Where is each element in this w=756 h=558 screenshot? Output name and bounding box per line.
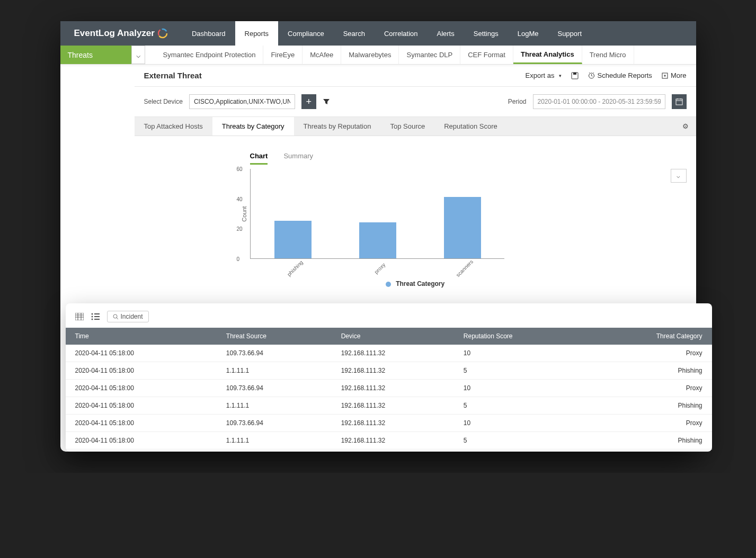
topnav-item[interactable]: Compliance bbox=[278, 21, 334, 46]
topnav-item[interactable]: Search bbox=[334, 21, 375, 46]
filter-row: Select Device + Period bbox=[135, 87, 696, 117]
more-button[interactable]: More bbox=[662, 71, 687, 79]
select-device-label: Select Device bbox=[144, 98, 183, 105]
table-row[interactable]: 2020-04-11 05:18:001.1.11.1192.168.111.3… bbox=[66, 362, 712, 380]
save-icon[interactable] bbox=[571, 72, 579, 79]
topnav-item[interactable]: Alerts bbox=[428, 21, 464, 46]
table-cell: 2020-04-11 05:18:00 bbox=[66, 362, 217, 380]
svg-rect-4 bbox=[573, 73, 576, 75]
table-header[interactable]: Time bbox=[66, 328, 217, 345]
table-cell: 10 bbox=[454, 415, 586, 432]
report-tab[interactable]: Threats by Category bbox=[212, 117, 294, 136]
vendor-nav-item[interactable]: McAfee bbox=[303, 46, 341, 64]
svg-point-9 bbox=[91, 313, 93, 315]
topnav-item[interactable]: Settings bbox=[464, 21, 508, 46]
y-axis-label: Count bbox=[241, 206, 247, 221]
table-cell: 1.1.11.1 bbox=[217, 432, 332, 449]
sub-nav-bar: Threats ⌵ Symantec Endpoint ProtectionFi… bbox=[60, 46, 696, 65]
device-input[interactable] bbox=[189, 94, 295, 109]
report-tab[interactable]: Threats by Reputation bbox=[294, 117, 381, 136]
page-actions: Export as Schedule Reports More bbox=[526, 71, 687, 79]
topnav-item[interactable]: Dashboard bbox=[182, 21, 235, 46]
table-cell: 109.73.66.94 bbox=[217, 380, 332, 397]
period-label: Period bbox=[508, 98, 527, 105]
add-device-button[interactable]: + bbox=[301, 94, 316, 109]
table-cell: Phishing bbox=[586, 362, 712, 380]
bar-chart: Count 0204060phishingproxyscanners ⌵ bbox=[250, 169, 687, 259]
vendor-nav-item[interactable]: FireEye bbox=[263, 46, 303, 64]
table-row[interactable]: 2020-04-11 05:18:001.1.11.1192.168.111.3… bbox=[66, 432, 712, 449]
grid-view-icon[interactable] bbox=[75, 313, 84, 320]
vendor-nav-item[interactable]: Malwarebytes bbox=[341, 46, 399, 64]
chart-options-button[interactable]: ⌵ bbox=[671, 169, 687, 183]
list-view-icon[interactable] bbox=[91, 313, 100, 320]
chart-axes: 0204060phishingproxyscanners bbox=[250, 169, 504, 259]
content-area: External Threat Export as Schedule Repor… bbox=[135, 65, 696, 452]
vendor-nav-item[interactable]: Trend Micro bbox=[582, 46, 634, 64]
chart-view-tabs: ChartSummary bbox=[250, 152, 687, 165]
incident-button[interactable]: Incident bbox=[107, 311, 149, 322]
table-cell: 5 bbox=[454, 432, 586, 449]
topnav-item[interactable]: LogMe bbox=[508, 21, 548, 46]
table-cell: 192.168.111.32 bbox=[332, 345, 454, 362]
table-cell: Proxy bbox=[586, 345, 712, 362]
legend-label: Threat Category bbox=[396, 280, 444, 287]
table-cell: 2020-04-11 05:18:00 bbox=[66, 380, 217, 397]
table-header[interactable]: Device bbox=[332, 328, 454, 345]
table-cell: 192.168.111.32 bbox=[332, 397, 454, 415]
gear-icon[interactable]: ⚙ bbox=[675, 117, 696, 136]
schedule-reports-button[interactable]: Schedule Reports bbox=[588, 71, 652, 79]
table-cell: 2020-04-11 05:18:00 bbox=[66, 397, 217, 415]
table-cell: 5 bbox=[454, 397, 586, 415]
table-cell: 192.168.111.32 bbox=[332, 432, 454, 449]
topnav-item[interactable]: Correlation bbox=[375, 21, 428, 46]
table-cell: 192.168.111.32 bbox=[332, 380, 454, 397]
svg-point-11 bbox=[91, 319, 93, 320]
calendar-button[interactable] bbox=[672, 94, 687, 109]
table-header[interactable]: Threat Category bbox=[586, 328, 712, 345]
topnav-item[interactable]: Support bbox=[548, 21, 591, 46]
table-cell: 2020-04-11 05:18:00 bbox=[66, 345, 217, 362]
table-row[interactable]: 2020-04-11 05:18:001.1.11.1192.168.111.3… bbox=[66, 397, 712, 415]
table-cell: 192.168.111.32 bbox=[332, 415, 454, 432]
view-tab[interactable]: Chart bbox=[250, 152, 268, 165]
vendor-nav-item[interactable]: CEF Format bbox=[460, 46, 513, 64]
report-tab[interactable]: Top Attacked Hosts bbox=[135, 117, 212, 136]
svg-rect-7 bbox=[676, 99, 682, 105]
filter-icon[interactable] bbox=[323, 98, 330, 105]
threats-dropdown[interactable]: Threats ⌵ bbox=[60, 46, 145, 64]
vendor-nav-item[interactable]: Threat Analytics bbox=[513, 46, 582, 64]
chart-bar[interactable] bbox=[444, 197, 481, 258]
vendor-nav-item[interactable]: Symantec DLP bbox=[399, 46, 460, 64]
topnav-item[interactable]: Reports bbox=[235, 21, 279, 46]
table-cell: 10 bbox=[454, 345, 586, 362]
y-tick: 20 bbox=[237, 226, 243, 232]
table-row[interactable]: 2020-04-11 05:18:00109.73.66.94192.168.1… bbox=[66, 345, 712, 362]
table-cell: Phishing bbox=[586, 397, 712, 415]
svg-rect-8 bbox=[75, 313, 84, 320]
report-tab[interactable]: Reputation Score bbox=[434, 117, 506, 136]
table-cell: 109.73.66.94 bbox=[217, 345, 332, 362]
export-as-button[interactable]: Export as bbox=[526, 71, 562, 79]
chevron-down-icon[interactable]: ⌵ bbox=[131, 46, 145, 64]
period-input[interactable] bbox=[533, 94, 665, 109]
page-header: External Threat Export as Schedule Repor… bbox=[135, 65, 696, 87]
table-header[interactable]: Threat Source bbox=[217, 328, 332, 345]
table-row[interactable]: 2020-04-11 05:18:00109.73.66.94192.168.1… bbox=[66, 380, 712, 397]
table-cell: Phishing bbox=[586, 432, 712, 449]
logo-text: EventLog Analyzer bbox=[74, 28, 155, 39]
table-cell: 1.1.11.1 bbox=[217, 397, 332, 415]
report-tab[interactable]: Top Source bbox=[380, 117, 434, 136]
vendor-nav: Symantec Endpoint ProtectionFireEyeMcAfe… bbox=[145, 46, 696, 64]
calendar-icon bbox=[675, 98, 683, 105]
svg-point-12 bbox=[113, 314, 117, 318]
table-cell: 192.168.111.32 bbox=[332, 362, 454, 380]
table-row[interactable]: 2020-04-11 05:18:00109.73.66.94192.168.1… bbox=[66, 415, 712, 432]
table-header[interactable]: Reputation Score bbox=[454, 328, 586, 345]
topbar: EventLog Analyzer DashboardReportsCompli… bbox=[60, 21, 696, 46]
view-tab[interactable]: Summary bbox=[283, 152, 313, 165]
table-header-row: TimeThreat SourceDeviceReputation ScoreT… bbox=[66, 328, 712, 345]
table-cell: Proxy bbox=[586, 380, 712, 397]
threats-label: Threats bbox=[68, 51, 93, 59]
vendor-nav-item[interactable]: Symantec Endpoint Protection bbox=[156, 46, 264, 64]
